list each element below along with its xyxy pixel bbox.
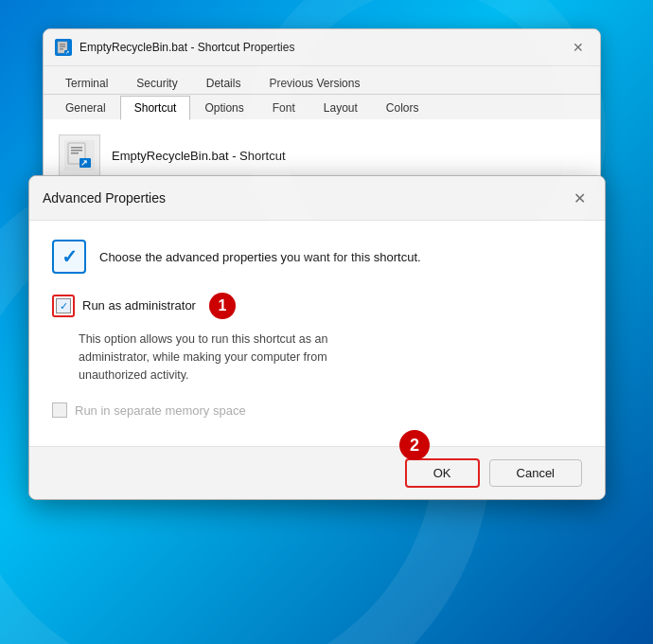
svg-rect-9 <box>71 152 79 154</box>
shortcut-dialog-icon: ↗ <box>55 39 72 56</box>
adv-description: This option allows you to run this short… <box>79 331 582 384</box>
memory-row: Run in separate memory space <box>52 402 582 418</box>
run-admin-checkbox-wrapper: ✓ <box>52 295 75 317</box>
svg-rect-2 <box>60 46 65 48</box>
svg-text:↗: ↗ <box>65 49 69 55</box>
memory-checkbox <box>52 402 67 418</box>
svg-rect-1 <box>60 44 65 45</box>
run-admin-checkbox[interactable]: ✓ <box>56 298 71 313</box>
adv-dialog-titlebar: Advanced Properties ✕ <box>29 176 605 221</box>
tab-row-1: Terminal Security Details Previous Versi… <box>44 66 600 95</box>
adv-dialog-content: ✓ Choose the advanced properties you wan… <box>29 221 605 446</box>
tab-font[interactable]: Font <box>258 96 309 120</box>
tab-details[interactable]: Details <box>192 71 256 95</box>
run-admin-checkmark: ✓ <box>60 300 68 313</box>
svg-rect-8 <box>71 150 82 152</box>
file-icon-wrapper: ↗ <box>59 134 100 176</box>
file-icon: ↗ <box>64 140 95 170</box>
adv-header-checkbox[interactable]: ✓ <box>52 240 86 274</box>
svg-rect-7 <box>71 147 82 149</box>
adv-dialog-title: Advanced Properties <box>43 190 567 206</box>
tab-security[interactable]: Security <box>122 71 191 95</box>
adv-header-checkmark: ✓ <box>62 245 78 268</box>
step-2-badge: 2 <box>399 430 430 460</box>
shortcut-filename: EmptyRecycleBin.bat - Shortcut <box>112 149 286 163</box>
adv-header-row: ✓ Choose the advanced properties you wan… <box>52 240 582 274</box>
tab-general[interactable]: General <box>51 96 120 120</box>
shortcut-close-button[interactable]: ✕ <box>568 37 589 58</box>
cancel-button[interactable]: Cancel <box>489 459 582 487</box>
shortcut-properties-dialog: ↗ EmptyRecycleBin.bat - Shortcut Propert… <box>43 28 601 192</box>
ok-button[interactable]: OK <box>405 458 480 488</box>
run-admin-row: ✓ Run as administrator 1 <box>52 293 582 319</box>
shortcut-dialog-title: EmptyRecycleBin.bat - Shortcut Propertie… <box>79 41 560 54</box>
memory-label: Run in separate memory space <box>75 403 246 418</box>
adv-dialog-footer: 2 OK Cancel <box>29 446 605 499</box>
step-1-badge: 1 <box>209 293 236 319</box>
tab-previous-versions[interactable]: Previous Versions <box>255 71 374 95</box>
tab-colors[interactable]: Colors <box>372 96 433 120</box>
adv-header-text: Choose the advanced properties you want … <box>99 250 421 264</box>
shortcut-dialog-titlebar: ↗ EmptyRecycleBin.bat - Shortcut Propert… <box>44 29 600 66</box>
svg-text:↗: ↗ <box>80 158 88 168</box>
adv-close-button[interactable]: ✕ <box>567 186 591 210</box>
advanced-properties-dialog: Advanced Properties ✕ ✓ Choose the advan… <box>28 175 606 500</box>
tab-terminal[interactable]: Terminal <box>51 71 122 95</box>
run-admin-label: Run as administrator <box>82 298 196 313</box>
tab-row-2: General Shortcut Options Font Layout Col… <box>44 95 600 119</box>
tab-options[interactable]: Options <box>190 96 257 120</box>
svg-rect-3 <box>60 48 63 50</box>
tab-shortcut[interactable]: Shortcut <box>120 96 191 120</box>
tab-layout[interactable]: Layout <box>309 96 372 120</box>
